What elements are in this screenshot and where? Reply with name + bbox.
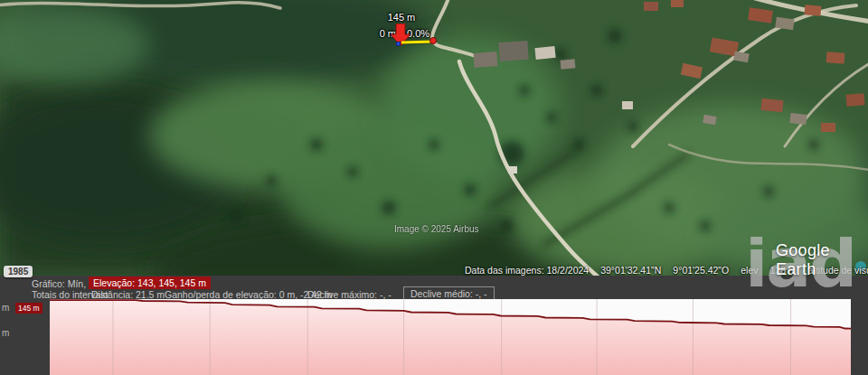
elevation-stats-badge: Elevação: 143, 145, 145 m bbox=[89, 277, 211, 289]
y-axis-unit-label: m bbox=[2, 328, 9, 338]
marker-elevation-label: 145 m bbox=[383, 12, 420, 23]
elevation-chart-plot[interactable] bbox=[50, 299, 851, 375]
measure-startpoint-dot[interactable] bbox=[396, 42, 401, 46]
imagery-credit: Image © 2025 Airbus bbox=[394, 224, 479, 234]
historical-imagery-year-badge[interactable]: 1985 bbox=[4, 266, 33, 277]
y-axis-unit-label: m bbox=[2, 303, 9, 313]
google-earth-logo: Google Earth bbox=[776, 241, 868, 279]
satellite-map[interactable]: 145 m 0 m 0.0% Image © 2025 Airbus Data … bbox=[0, 0, 868, 276]
measure-endpoint-dot[interactable] bbox=[429, 37, 437, 44]
elevation-profile-line bbox=[50, 299, 851, 375]
elevation-profile-panel: Gráfico: Mín, Méd, Máx Elevação: 143, 14… bbox=[0, 276, 868, 375]
elev-label: elev bbox=[741, 265, 758, 276]
google-earth-window: 145 m 0 m 0.0% Image © 2025 Airbus Data … bbox=[0, 0, 868, 375]
longitude-readout: 9°01'25.42"O bbox=[673, 265, 729, 276]
imagery-date: Data das imagens: 18/2/2024 bbox=[465, 265, 589, 276]
chart-elevation-cursor-badge: 145 m bbox=[15, 303, 42, 314]
latitude-readout: 39°01'32.41"N bbox=[600, 265, 661, 276]
